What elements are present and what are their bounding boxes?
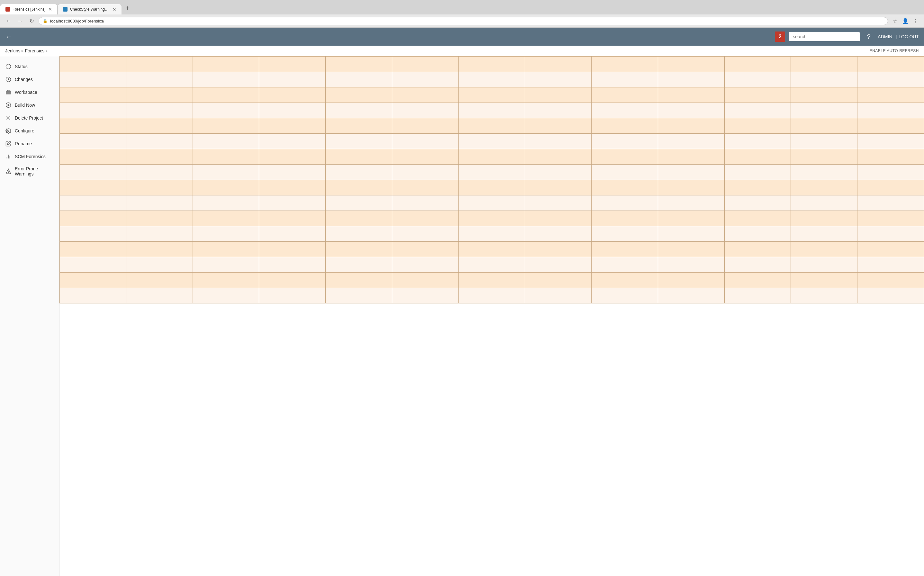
forward-button[interactable]: → [16, 16, 24, 26]
back-arrow-icon: ← [5, 32, 12, 41]
address-bar[interactable]: 🔒 localhost:8080/job/Forensics/ [38, 17, 888, 25]
table-cell [392, 149, 458, 165]
user-button[interactable]: 👤 [901, 16, 910, 26]
delete-project-icon [5, 115, 11, 121]
table-cell [392, 118, 458, 134]
table-cell [326, 118, 392, 134]
table-row [60, 56, 924, 72]
sidebar-item-error-prone-warnings[interactable]: Error Prone Warnings [0, 163, 59, 180]
table-cell [392, 226, 458, 242]
table-cell [525, 180, 592, 195]
help-button[interactable]: ? [863, 32, 874, 42]
notification-badge[interactable]: 2 [775, 32, 785, 42]
table-cell [658, 88, 724, 103]
table-cell [791, 149, 857, 165]
logout-button[interactable]: | LOG OUT [896, 34, 919, 39]
table-cell [458, 165, 525, 180]
sidebar-item-rename[interactable]: Rename [0, 137, 59, 150]
menu-button[interactable]: ⋮ [911, 16, 920, 26]
breadcrumb-jenkins[interactable]: Jenkins [5, 48, 20, 53]
table-cell [458, 134, 525, 149]
tab-close-1[interactable]: ✕ [48, 7, 52, 12]
table-cell [192, 195, 259, 211]
table-cell [126, 257, 192, 273]
table-cell [326, 257, 392, 273]
admin-label[interactable]: ADMIN [878, 34, 892, 39]
main-grid [59, 56, 924, 303]
table-cell [458, 242, 525, 257]
new-tab-button[interactable]: + [122, 2, 133, 14]
table-cell [658, 211, 724, 226]
table-cell [192, 211, 259, 226]
browser-tab-1[interactable]: Forensics [Jenkins] ✕ [0, 4, 58, 14]
table-cell [326, 149, 392, 165]
table-cell [592, 288, 658, 303]
table-cell [192, 149, 259, 165]
search-input[interactable] [789, 32, 860, 41]
table-cell [326, 242, 392, 257]
table-cell [525, 88, 592, 103]
table-row [60, 273, 924, 288]
jenkins-back-button[interactable]: ← [5, 32, 12, 41]
table-cell [126, 134, 192, 149]
sidebar-item-delete-project[interactable]: Delete Project [0, 112, 59, 125]
table-row [60, 103, 924, 118]
bookmark-button[interactable]: ☆ [890, 16, 900, 26]
table-cell [259, 257, 326, 273]
table-cell [458, 103, 525, 118]
browser-tabs: Forensics [Jenkins] ✕ CheckStyle Warning… [0, 0, 924, 14]
table-cell [791, 195, 857, 211]
breadcrumb-bar: Jenkins ▸ Forensics ▸ ENABLE AUTO REFRES… [0, 46, 924, 56]
table-cell [60, 88, 127, 103]
table-cell [192, 56, 259, 72]
tab-favicon-1 [5, 7, 10, 11]
table-cell [791, 134, 857, 149]
sidebar-item-changes[interactable]: Changes [0, 73, 59, 86]
sidebar-item-workspace[interactable]: Workspace [0, 86, 59, 99]
table-cell [126, 72, 192, 88]
sidebar-item-configure[interactable]: Configure [0, 125, 59, 137]
table-cell [259, 149, 326, 165]
breadcrumb-forensics[interactable]: Forensics [25, 48, 44, 53]
table-cell [592, 56, 658, 72]
table-cell [458, 180, 525, 195]
table-cell [392, 72, 458, 88]
table-cell [724, 180, 791, 195]
table-cell [60, 211, 127, 226]
table-cell [857, 273, 924, 288]
table-cell [525, 103, 592, 118]
table-cell [857, 211, 924, 226]
auto-refresh-button[interactable]: ENABLE AUTO REFRESH [870, 48, 919, 53]
table-cell [326, 180, 392, 195]
table-cell [525, 288, 592, 303]
sidebar-item-status[interactable]: Status [0, 60, 59, 73]
browser-tab-2[interactable]: CheckStyle Warnings [Jenkins] ✕ [58, 4, 122, 14]
configure-icon [5, 128, 11, 134]
table-row [60, 288, 924, 303]
tab-close-2[interactable]: ✕ [112, 7, 116, 12]
reload-button[interactable]: ↻ [27, 16, 36, 26]
table-row [60, 195, 924, 211]
table-cell [724, 134, 791, 149]
table-cell [658, 103, 724, 118]
back-button[interactable]: ← [4, 16, 13, 26]
table-cell [525, 242, 592, 257]
table-row [60, 226, 924, 242]
sidebar-item-scm-forensics[interactable]: SCM Forensics [0, 150, 59, 163]
table-cell [326, 72, 392, 88]
changes-icon [5, 76, 11, 83]
table-cell [724, 149, 791, 165]
table-cell [192, 180, 259, 195]
table-cell [458, 72, 525, 88]
browser-actions: ☆ 👤 ⋮ [890, 16, 920, 26]
table-cell [658, 134, 724, 149]
sidebar-item-build-now[interactable]: Build Now [0, 99, 59, 112]
table-cell [724, 56, 791, 72]
table-cell [392, 56, 458, 72]
table-cell [857, 165, 924, 180]
table-cell [259, 118, 326, 134]
table-cell [592, 72, 658, 88]
table-cell [658, 288, 724, 303]
table-cell [326, 288, 392, 303]
table-cell [326, 88, 392, 103]
